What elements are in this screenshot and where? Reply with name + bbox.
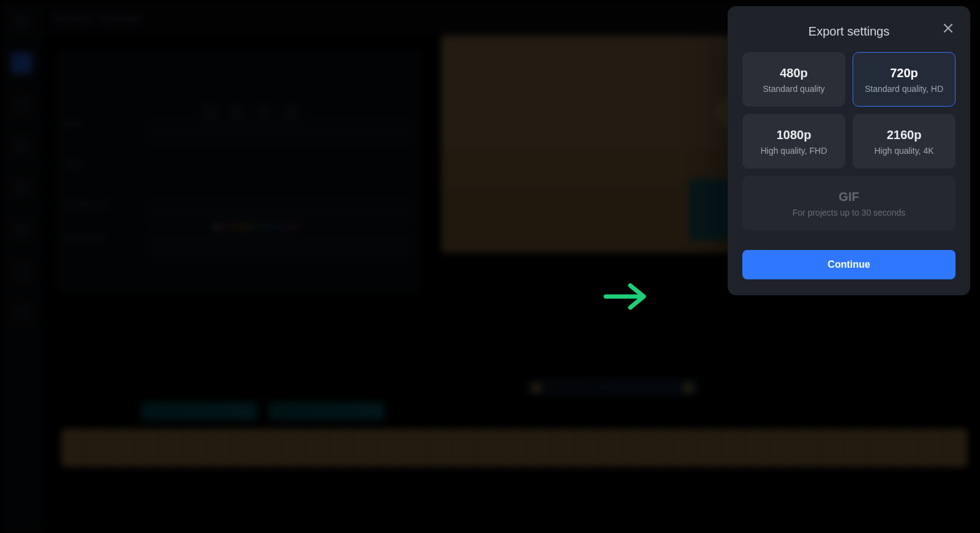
option-desc: High quality, 4K [862, 146, 946, 156]
option-desc: High quality, FHD [752, 146, 836, 156]
option-desc: For projects up to 30 seconds [752, 208, 946, 217]
option-res: 720p [862, 66, 946, 80]
continue-button[interactable]: Continue [742, 250, 956, 279]
option-480p[interactable]: 480p Standard quality [742, 52, 845, 107]
modal-title: Export settings [742, 25, 956, 39]
option-res: 1080p [752, 128, 836, 142]
resolution-options: 480p Standard quality 720p Standard qual… [742, 52, 956, 230]
close-icon [942, 22, 954, 34]
export-settings-modal: Export settings 480p Standard quality 72… [728, 6, 970, 295]
annotation-arrow-right [603, 283, 652, 310]
option-1080p[interactable]: 1080p High quality, FHD [742, 114, 845, 168]
close-button[interactable] [936, 16, 960, 40]
option-desc: Standard quality, HD [862, 84, 946, 94]
option-desc: Standard quality [752, 84, 836, 94]
option-res: 480p [752, 66, 836, 80]
option-720p[interactable]: 720p Standard quality, HD [853, 52, 956, 107]
option-res: 2160p [862, 128, 946, 142]
option-gif[interactable]: GIF For projects up to 30 seconds [742, 176, 956, 230]
option-2160p[interactable]: 2160p High quality, 4K [853, 114, 956, 168]
option-res: GIF [752, 190, 946, 204]
